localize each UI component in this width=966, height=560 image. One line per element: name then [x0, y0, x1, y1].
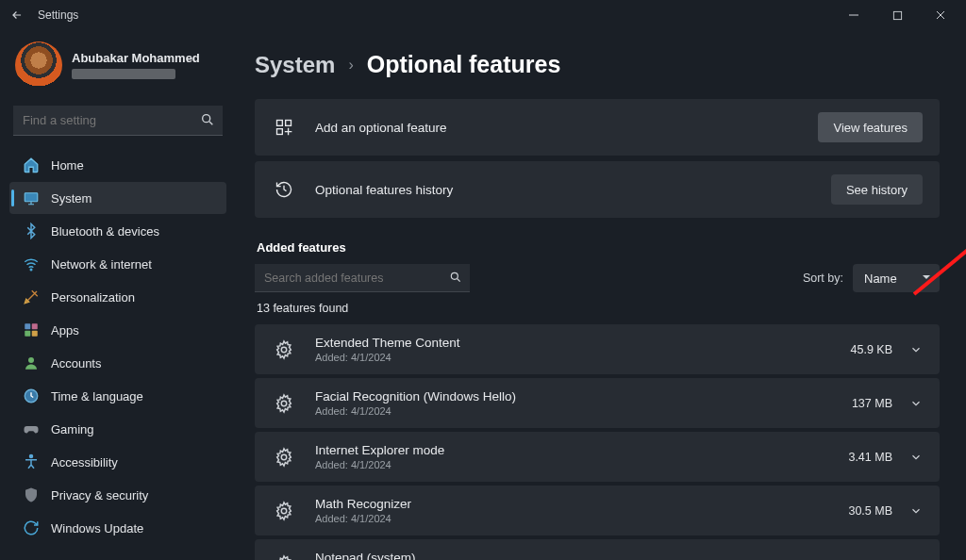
nav-label: Network & internet [51, 257, 152, 272]
feature-item[interactable]: Facial Recognition (Windows Hello)Added:… [255, 378, 940, 428]
svg-rect-12 [286, 121, 291, 126]
feature-name: Facial Recognition (Windows Hello) [315, 389, 852, 404]
svg-rect-13 [277, 129, 283, 135]
nav-item-apps[interactable]: Apps [9, 314, 226, 346]
search-icon [449, 271, 462, 284]
nav-item-network[interactable]: Network & internet [9, 248, 226, 280]
profile-email-redacted [72, 69, 175, 79]
sidebar-search[interactable] [13, 106, 223, 136]
nav-item-update[interactable]: Windows Update [9, 512, 226, 544]
add-feature-card[interactable]: Add an optional feature View features [255, 99, 940, 156]
nav: HomeSystemBluetooth & devicesNetwork & i… [9, 149, 226, 544]
breadcrumb-parent[interactable]: System [255, 52, 335, 78]
personalization-icon [23, 288, 40, 305]
minimize-button[interactable] [832, 2, 875, 28]
nav-label: Windows Update [51, 521, 143, 535]
nav-item-system[interactable]: System [9, 182, 226, 214]
view-features-button[interactable]: View features [818, 112, 923, 142]
feature-size: 3.41 MB [848, 451, 892, 464]
titlebar: Settings [0, 0, 966, 30]
nav-label: Gaming [51, 422, 94, 436]
svg-rect-0 [893, 11, 901, 19]
nav-item-accounts[interactable]: Accounts [9, 347, 226, 379]
avatar [15, 41, 62, 89]
sidebar-search-input[interactable] [13, 106, 223, 136]
nav-label: Accounts [51, 356, 101, 371]
close-button[interactable] [919, 2, 962, 28]
feature-name: Internet Explorer mode [315, 443, 848, 457]
feature-search[interactable] [255, 264, 470, 292]
feature-size: 30.5 MB [848, 504, 892, 518]
gear-icon [274, 501, 294, 521]
nav-item-bluetooth[interactable]: Bluetooth & devices [9, 215, 226, 247]
system-icon [23, 189, 40, 206]
main: System › Optional features Add an option… [234, 30, 966, 560]
back-button[interactable] [4, 2, 30, 28]
maximize-button[interactable] [875, 2, 919, 28]
nav-item-accessibility[interactable]: Accessibility [9, 446, 226, 478]
time-icon [23, 387, 40, 404]
feature-item[interactable]: Notepad (system)Added: 4/1/20241.39 MB [255, 539, 940, 560]
chevron-down-icon [909, 343, 923, 356]
add-feature-icon [274, 117, 294, 138]
history-card[interactable]: Optional features history See history [255, 161, 940, 218]
feature-date: Added: 4/1/2024 [315, 513, 848, 524]
feature-date: Added: 4/1/2024 [315, 459, 848, 470]
feature-item[interactable]: Extended Theme ContentAdded: 4/1/202445.… [255, 324, 940, 374]
home-icon [23, 156, 40, 173]
sidebar: Abubakar Mohammed HomeSystemBluetooth & … [0, 30, 234, 560]
nav-item-time[interactable]: Time & language [9, 380, 226, 412]
svg-point-16 [281, 401, 287, 406]
gear-icon [274, 393, 294, 414]
nav-label: Apps [51, 323, 79, 338]
network-icon [23, 255, 40, 272]
nav-label: Privacy & security [51, 488, 148, 502]
svg-point-8 [28, 357, 34, 363]
nav-label: Accessibility [51, 455, 118, 469]
nav-item-home[interactable]: Home [9, 149, 226, 181]
svg-point-17 [281, 454, 287, 460]
feature-item[interactable]: Math RecognizerAdded: 4/1/202430.5 MB [255, 486, 940, 535]
feature-search-input[interactable] [255, 264, 470, 292]
accessibility-icon [23, 453, 40, 470]
main-scroll[interactable]: System › Optional features Add an option… [255, 51, 962, 560]
see-history-button[interactable]: See history [831, 174, 923, 205]
nav-item-gaming[interactable]: Gaming [9, 413, 226, 445]
profile[interactable]: Abubakar Mohammed [9, 36, 226, 100]
apps-icon [23, 321, 40, 338]
nav-label: Time & language [51, 389, 143, 404]
nav-label: Bluetooth & devices [51, 224, 159, 239]
feature-name: Notepad (system) [315, 551, 848, 560]
svg-rect-7 [32, 331, 38, 337]
privacy-icon [23, 486, 40, 503]
svg-point-3 [30, 269, 32, 271]
nav-label: Personalization [51, 290, 135, 305]
profile-name: Abubakar Mohammed [72, 51, 200, 65]
feature-date: Added: 4/1/2024 [315, 405, 852, 417]
feature-list: Extended Theme ContentAdded: 4/1/202445.… [255, 324, 940, 560]
svg-point-14 [451, 272, 458, 279]
feature-count: 13 features found [257, 302, 940, 315]
chevron-right-icon: › [348, 57, 353, 74]
svg-point-15 [281, 347, 287, 353]
nav-item-personalization[interactable]: Personalization [9, 281, 226, 313]
chevron-down-icon [909, 451, 923, 464]
sort-label: Sort by: [803, 272, 843, 285]
sort-select[interactable]: Name [853, 264, 940, 292]
accounts-icon [23, 354, 40, 371]
svg-rect-11 [277, 121, 283, 126]
feature-name: Extended Theme Content [315, 336, 851, 350]
nav-label: System [51, 191, 92, 206]
added-features-heading: Added features [257, 240, 940, 255]
gaming-icon [23, 420, 40, 437]
svg-point-18 [281, 508, 287, 514]
feature-size: 137 MB [852, 397, 892, 410]
breadcrumb-current: Optional features [367, 51, 561, 78]
svg-rect-5 [32, 323, 38, 329]
chevron-down-icon [909, 504, 923, 518]
svg-point-10 [30, 455, 33, 458]
feature-size: 45.9 KB [851, 343, 892, 356]
bluetooth-icon [23, 222, 40, 239]
feature-item[interactable]: Internet Explorer modeAdded: 4/1/20243.4… [255, 432, 940, 482]
nav-item-privacy[interactable]: Privacy & security [9, 479, 226, 511]
